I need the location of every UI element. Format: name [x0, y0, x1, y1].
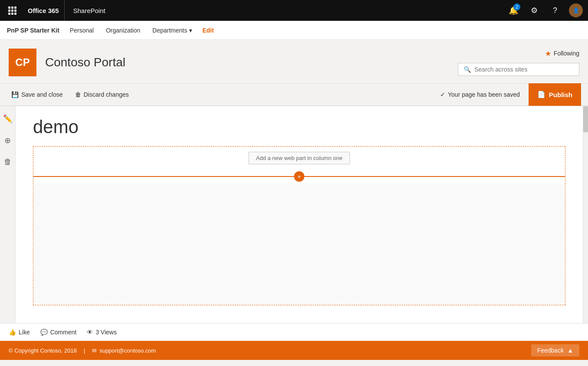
- chevron-up-icon: ▲: [567, 347, 573, 354]
- notifications-button[interactable]: 🔔 2: [506, 3, 520, 17]
- publish-icon: 📄: [537, 91, 546, 98]
- main-content-area: ✏️ ⊕ 🗑 demo Add a new web part in column…: [0, 106, 588, 323]
- saved-status-indicator: ✓ Your page has been saved: [440, 91, 520, 98]
- search-input[interactable]: [474, 66, 574, 73]
- feedback-button[interactable]: Feedback ▲: [531, 344, 579, 356]
- add-webpart-button[interactable]: Add a new web part in column one: [248, 152, 350, 164]
- support-email[interactable]: support@contoso.com: [99, 347, 156, 354]
- copyright-text: © Copyright Contoso, 2018: [9, 347, 77, 354]
- office365-title[interactable]: Office 365: [23, 0, 65, 21]
- add-webpart-hint-area: Add a new web part in column one: [33, 147, 565, 170]
- search-box[interactable]: 🔍: [458, 63, 579, 76]
- save-icon: 💾: [11, 91, 19, 98]
- header-right-actions: ★ Following 🔍: [458, 49, 579, 76]
- divider-line-right: [304, 176, 565, 177]
- section-divider: +: [33, 171, 565, 182]
- web-part-zone: Add a new web part in column one +: [33, 146, 565, 305]
- avatar-photo: 👤: [573, 7, 579, 13]
- user-avatar[interactable]: 👤: [569, 3, 583, 17]
- divider-line-left: [33, 176, 294, 177]
- following-label: Following: [554, 50, 579, 57]
- chevron-down-icon: ▾: [189, 27, 192, 34]
- following-button[interactable]: ★ Following: [545, 49, 579, 58]
- publish-button[interactable]: 📄 Publish: [529, 83, 581, 106]
- site-logo: CP: [9, 49, 36, 76]
- nav-icons-group: 🔔 2 ⚙ ? 👤: [506, 3, 583, 17]
- site-header: CP Contoso Portal ★ Following 🔍: [0, 40, 588, 84]
- comment-button[interactable]: 💬 Comment: [40, 329, 77, 336]
- top-navigation: Office 365 SharePoint 🔔 2 ⚙ ? 👤: [0, 0, 588, 21]
- page-canvas: demo Add a new web part in column one +: [16, 106, 583, 323]
- question-icon: ?: [553, 6, 557, 15]
- separator: |: [84, 347, 85, 354]
- views-indicator: 👁 3 Views: [87, 329, 117, 336]
- checkmark-icon: ✓: [440, 91, 445, 98]
- delete-section-icon[interactable]: 🗑: [1, 155, 14, 169]
- discard-changes-button[interactable]: 🗑 Discard changes: [71, 88, 133, 101]
- waffle-grid-icon: [8, 7, 16, 15]
- thumbs-up-icon: 👍: [9, 329, 16, 336]
- page-footer-actions: 👍 Like 💬 Comment 👁 3 Views: [0, 323, 588, 341]
- help-button[interactable]: ?: [548, 3, 562, 17]
- nav-item-edit[interactable]: Edit: [199, 24, 217, 36]
- nav-item-departments[interactable]: Departments ▾: [147, 24, 197, 36]
- gear-icon: ⚙: [531, 6, 538, 15]
- left-sidebar: ✏️ ⊕ 🗑: [0, 106, 16, 323]
- scroll-thumb[interactable]: [583, 106, 588, 132]
- sharepoint-title[interactable]: SharePoint: [68, 7, 111, 14]
- add-section-circle-button[interactable]: +: [294, 171, 304, 182]
- save-close-button[interactable]: 💾 Save and close: [7, 88, 67, 101]
- page-title[interactable]: demo: [33, 117, 565, 137]
- edit-layout-icon[interactable]: ✏️: [0, 111, 15, 126]
- waffle-menu-button[interactable]: [5, 3, 19, 17]
- nav-item-personal[interactable]: Personal: [65, 24, 99, 36]
- site-name-label[interactable]: PnP SP Starter Kit: [7, 27, 59, 34]
- search-icon: 🔍: [464, 66, 471, 73]
- email-icon: ✉: [92, 347, 97, 354]
- bottom-footer-bar: © Copyright Contoso, 2018 | ✉ support@co…: [0, 341, 588, 360]
- add-section-icon[interactable]: ⊕: [2, 133, 13, 148]
- like-button[interactable]: 👍 Like: [9, 329, 30, 336]
- vertical-scrollbar[interactable]: [583, 106, 588, 323]
- settings-button[interactable]: ⚙: [527, 3, 541, 17]
- nav-item-organization[interactable]: Organization: [101, 24, 145, 36]
- page-toolbar: 💾 Save and close 🗑 Discard changes ✓ You…: [0, 84, 588, 106]
- eye-icon: 👁: [87, 329, 93, 336]
- notification-badge: 2: [513, 3, 520, 10]
- plus-circle-icon: +: [297, 173, 301, 180]
- site-title: Contoso Portal: [45, 56, 449, 69]
- site-navigation: PnP SP Starter Kit Personal Organization…: [0, 21, 588, 40]
- empty-content-zone: [33, 183, 565, 305]
- comment-icon: 💬: [40, 329, 48, 336]
- star-icon: ★: [545, 49, 551, 58]
- discard-icon: 🗑: [75, 91, 81, 98]
